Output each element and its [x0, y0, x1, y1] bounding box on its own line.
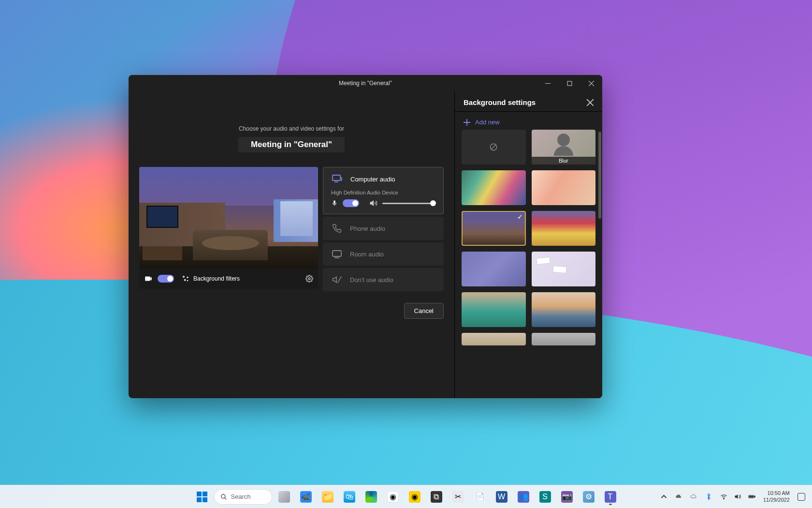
start-button[interactable] [192, 487, 212, 507]
bg-option-pantone-home-office[interactable]: Pantone Home Office ✓ [462, 211, 526, 246]
preview-toolbar: Background filters [139, 269, 318, 289]
app-word[interactable]: W [492, 487, 511, 507]
computer-audio-option[interactable]: Computer audio High Definition Audio Dev… [323, 167, 444, 214]
search-icon [220, 493, 227, 500]
app-sharepoint[interactable]: S [536, 487, 555, 507]
titlebar: Meeting in "General" [129, 75, 602, 91]
bg-option-teal-office[interactable] [462, 292, 526, 327]
phone-icon [331, 224, 343, 233]
audio-device-name: High Definition Audio Device [331, 190, 435, 195]
task-view-button[interactable] [275, 487, 294, 507]
svg-point-4 [183, 276, 185, 278]
app-teams-work[interactable]: T [601, 487, 620, 507]
svg-rect-1 [567, 81, 572, 86]
app-camera[interactable]: 📷 [557, 487, 577, 507]
svg-line-15 [338, 276, 342, 283]
tray-bluetooth-icon[interactable] [702, 491, 715, 502]
bg-option-colorful-studio[interactable] [532, 211, 596, 246]
mute-icon [331, 275, 343, 284]
app-teams-personal[interactable]: 👥 [514, 487, 533, 507]
svg-line-23 [224, 497, 226, 499]
check-icon: ✓ [517, 213, 523, 221]
svg-marker-11 [370, 201, 373, 205]
add-new-background-button[interactable]: Add new [455, 112, 602, 130]
panel-title: Background settings [464, 98, 536, 106]
app-snipping-tool[interactable]: ✂ [449, 487, 468, 507]
bg-option-loft[interactable] [462, 333, 526, 345]
svg-point-22 [221, 494, 225, 498]
sparkle-icon [182, 275, 189, 283]
camera-toggle[interactable] [158, 275, 174, 283]
panel-close-button[interactable] [587, 99, 594, 106]
taskbar: Search 📹 📁 🛍 ◉ ◉ ⧉ ✂ 📄 W 👥 S 📷 ⚙ T [0, 485, 812, 508]
app-notepad[interactable]: 📄 [470, 487, 490, 507]
device-settings-button[interactable] [305, 275, 313, 283]
no-audio-option[interactable]: Don't use audio [323, 268, 444, 291]
tray-weather-icon[interactable] [687, 491, 700, 502]
svg-marker-14 [333, 277, 337, 283]
cancel-button[interactable]: Cancel [404, 303, 444, 319]
app-chrome-canary[interactable]: ◉ [405, 487, 424, 507]
svg-rect-9 [333, 175, 340, 180]
tray-overflow[interactable] [657, 491, 670, 502]
microphone-icon [331, 200, 338, 207]
bg-option-none[interactable] [462, 130, 526, 164]
svg-rect-28 [749, 496, 754, 497]
bg-option-purple-texture[interactable] [462, 252, 526, 286]
tray-wifi-icon[interactable] [717, 491, 730, 502]
bg-filters-label: Background filters [193, 275, 240, 282]
bg-option-sticky-notes[interactable] [532, 252, 596, 286]
background-filters-button[interactable]: Background filters [182, 275, 240, 283]
bg-option-sunset-city[interactable] [532, 292, 596, 327]
tray-volume-icon[interactable] [731, 491, 744, 502]
bg-option-blur[interactable]: Blur [532, 130, 596, 164]
svg-line-21 [491, 145, 496, 150]
tray-onedrive[interactable] [672, 491, 685, 502]
app-settings[interactable]: ⚙ [579, 487, 598, 507]
meeting-name-input[interactable]: Meeting in "General" [238, 137, 345, 152]
svg-point-8 [308, 278, 310, 280]
phone-audio-option[interactable]: Phone audio [323, 217, 444, 240]
svg-rect-12 [333, 251, 341, 256]
room-icon [331, 249, 343, 259]
maximize-button[interactable] [559, 75, 580, 91]
panel-scrollbar[interactable] [598, 132, 601, 219]
close-button[interactable] [580, 75, 602, 91]
volume-slider[interactable] [382, 203, 435, 204]
app-microsoft-store[interactable]: 🛍 [340, 487, 359, 507]
bg-option-pastel-objects[interactable] [532, 170, 596, 205]
prejoin-main-pane: Choose your audio and video settings for… [129, 91, 455, 398]
speaker-icon [370, 199, 377, 207]
video-preview [139, 167, 318, 269]
bg-option-gray-room[interactable] [532, 333, 596, 345]
bg-option-abstract-waves[interactable] [462, 170, 526, 205]
svg-point-7 [187, 280, 188, 281]
minimize-button[interactable] [537, 75, 559, 91]
teams-prejoin-window: Meeting in "General" Choose your audio a… [129, 75, 602, 398]
svg-point-24 [724, 498, 725, 499]
no-audio-label: Don't use audio [350, 276, 393, 284]
app-file-explorer[interactable]: 📁 [318, 487, 337, 507]
taskbar-search[interactable]: Search [214, 489, 272, 505]
desktop: Meeting in "General" Choose your audio a… [0, 0, 812, 508]
phone-audio-label: Phone audio [350, 225, 385, 232]
svg-point-6 [184, 279, 186, 281]
app-chrome[interactable]: ◉ [383, 487, 403, 507]
app-terminal[interactable]: ⧉ [427, 487, 446, 507]
window-title: Meeting in "General" [339, 80, 392, 87]
tray-battery-icon[interactable] [745, 491, 758, 502]
room-audio-option[interactable]: Room audio [323, 242, 444, 266]
prompt-text: Choose your audio and video settings for [239, 125, 344, 132]
plus-icon [464, 119, 470, 126]
notifications-button[interactable] [795, 491, 808, 503]
taskbar-clock[interactable]: 10:50 AM 11/29/2022 [760, 490, 793, 504]
mic-toggle[interactable] [343, 199, 359, 207]
background-settings-panel: Background settings Add new Blur [455, 91, 602, 398]
svg-marker-25 [735, 494, 738, 499]
app-edge[interactable] [362, 487, 381, 507]
computer-audio-label: Computer audio [350, 176, 395, 183]
svg-rect-27 [754, 496, 755, 497]
room-audio-label: Room audio [350, 251, 384, 258]
computer-audio-icon [332, 174, 343, 184]
app-zoom[interactable]: 📹 [296, 487, 316, 507]
